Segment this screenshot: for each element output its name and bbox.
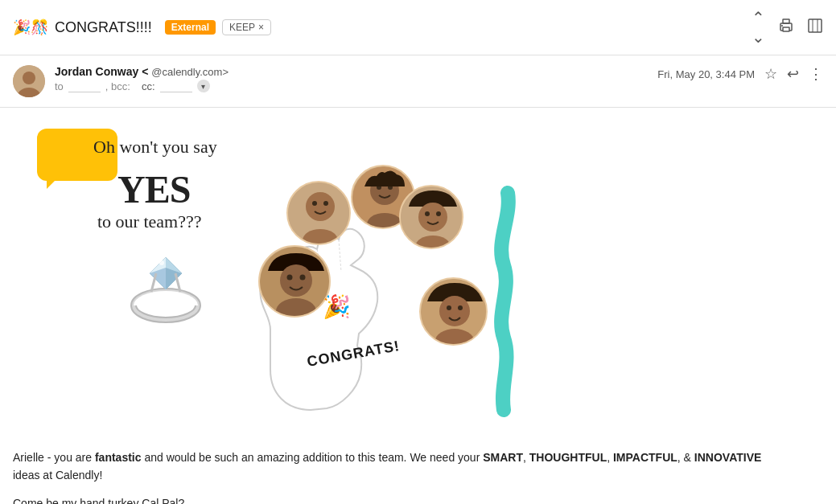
para1-thoughtful: THOUGHTFUL (529, 451, 607, 464)
svg-point-40 (280, 264, 312, 297)
svg-point-38 (436, 211, 441, 216)
para1-end: ideas at Calendly! (13, 469, 102, 481)
sender-avatar (13, 65, 45, 97)
external-badge: External (165, 20, 216, 35)
svg-point-45 (439, 296, 470, 326)
sender-email: @calendly.com> (151, 66, 229, 78)
svg-point-42 (287, 275, 293, 281)
svg-point-27 (312, 201, 317, 206)
email-body: Oh won't you say YES to our team??? (0, 108, 836, 504)
oh-text: Oh won't you say (93, 137, 217, 158)
para1-mid: and would be such an amazing addition to… (142, 451, 484, 464)
yes-text: YES (117, 167, 190, 211)
cc-field (160, 80, 192, 92)
email-text-content: Arielle - you are fantastic and would be… (13, 442, 785, 504)
face-4 (258, 245, 331, 318)
svg-point-48 (458, 305, 463, 310)
ring-image (117, 245, 214, 334)
email-header-right: Fri, May 20, 3:44 PM ☆ ↩ ⋮ (657, 65, 823, 83)
reply-icon[interactable]: ↩ (787, 65, 799, 83)
paragraph-1: Arielle - you are fantastic and would be… (13, 449, 785, 485)
svg-point-47 (447, 305, 451, 310)
paragraph-2: Come be my hand turkey Cal Pal? (13, 494, 785, 504)
face-1 (286, 181, 351, 245)
party-emoji: 🎉 (323, 293, 351, 320)
email-subject: CONGRATS!!!! (55, 19, 152, 36)
nav-arrows-icon[interactable]: ⌃⌄ (752, 8, 765, 47)
para1-pre: Arielle - you are (13, 451, 95, 464)
keep-badge[interactable]: KEEP × (222, 19, 271, 35)
to-field (68, 80, 101, 92)
svg-rect-1 (783, 19, 789, 23)
sender-name: Jordan Conway < (55, 65, 148, 78)
bcc-label: , bcc: (105, 80, 130, 92)
star-icon[interactable]: ☆ (764, 65, 777, 83)
print-icon[interactable] (778, 18, 794, 38)
svg-point-6 (23, 72, 35, 84)
para1-innovative: INNOVATIVE (694, 451, 762, 464)
svg-point-43 (300, 275, 306, 281)
email-timestamp: Fri, May 20, 3:44 PM (657, 68, 755, 80)
congrats-image: Oh won't you say YES to our team??? (37, 121, 536, 442)
email-header: Jordan Conway < @calendly.com> to , bcc:… (0, 55, 836, 108)
svg-rect-2 (783, 27, 789, 31)
sender-info: Jordan Conway < @calendly.com> to , bcc:… (55, 65, 657, 92)
para1-smart: SMART (483, 451, 523, 464)
teal-squiggle (480, 185, 520, 410)
svg-point-37 (425, 211, 430, 216)
cc-dropdown-icon[interactable]: ▾ (197, 80, 210, 92)
team-text: to our team??? (97, 211, 202, 232)
para1-fantastic: fantastic (95, 451, 142, 464)
svg-point-3 (781, 25, 783, 27)
svg-point-28 (323, 201, 328, 206)
para1-impactful: IMPACTFUL (613, 451, 677, 464)
top-bar: 🎉🎊 CONGRATS!!!! External KEEP × ⌃⌄ (0, 0, 836, 55)
keep-close-icon[interactable]: × (258, 22, 264, 33)
recipients-row: to , bcc: cc: ▾ (55, 80, 657, 92)
svg-point-17 (159, 260, 164, 265)
to-label: to (55, 80, 64, 92)
cc-label: cc: (142, 80, 155, 92)
expand-icon[interactable] (807, 18, 823, 38)
face-3 (399, 185, 463, 249)
svg-point-25 (306, 192, 335, 221)
more-options-icon[interactable]: ⋮ (809, 65, 823, 83)
top-bar-actions: ⌃⌄ (752, 8, 823, 47)
svg-point-35 (418, 203, 447, 232)
svg-rect-4 (809, 19, 822, 32)
face-5 (419, 277, 488, 346)
subject-emoji: 🎉🎊 (13, 18, 48, 36)
